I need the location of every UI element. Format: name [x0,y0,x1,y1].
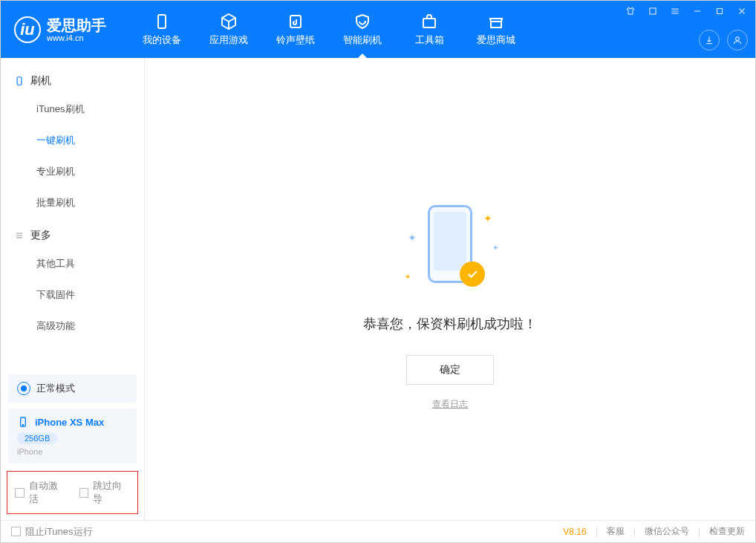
nav-smart-flash[interactable]: 智能刷机 [329,1,396,58]
nav-my-device[interactable]: 我的设备 [128,1,195,58]
svg-rect-3 [491,22,501,27]
menu-icon[interactable] [668,5,682,17]
nav-toolbox[interactable]: 工具箱 [396,1,463,58]
bottom-options-highlighted: 自动激活 跳过向导 [7,471,138,514]
sidebar-item-other-tools[interactable]: 其他工具 [1,248,144,279]
square-icon[interactable] [645,5,660,17]
checkbox-block-itunes[interactable]: 阻止iTunes运行 [11,525,93,539]
sidebar-item-download-firmware[interactable]: 下载固件 [1,279,144,310]
phone-icon [153,13,171,30]
nav-store[interactable]: 爱思商城 [463,1,529,58]
shirt-icon[interactable] [623,5,638,17]
shop-icon [487,13,505,30]
storage-badge: 256GB [17,432,57,444]
checkbox-icon [11,527,21,536]
close-icon[interactable] [734,5,749,17]
sidebar: 刷机 iTunes刷机 一键刷机 专业刷机 批量刷机 更多 其他工具 下载固件 … [1,58,145,520]
nav-app-games[interactable]: 应用游戏 [195,1,262,58]
toolbox-icon [420,13,438,30]
sparkle-icon: ✦ [408,232,417,244]
mode-dot-icon [17,382,30,395]
device-panel: 正常模式 iPhone XS Max 256GB iPhone [1,374,144,471]
header-right-icons [699,30,748,51]
status-bar: 阻止iTunes运行 V8.16 | 客服 | 微信公众号 | 检查更新 [1,520,755,542]
checkbox-icon [79,488,89,498]
footer-link-wechat[interactable]: 微信公众号 [645,525,689,538]
sparkle-icon: ✦ [483,212,492,224]
sparkle-icon: ✦ [405,273,411,281]
device-mode[interactable]: 正常模式 [8,374,137,403]
list-icon [14,230,25,241]
maximize-icon[interactable] [712,5,727,17]
download-icon[interactable] [699,30,720,51]
confirm-button[interactable]: 确定 [406,355,494,385]
check-badge-icon [460,261,485,287]
cube-icon [220,13,238,30]
checkbox-auto-activate[interactable]: 自动激活 [15,479,66,506]
footer-link-update[interactable]: 检查更新 [709,525,745,538]
device-card[interactable]: iPhone XS Max 256GB iPhone [8,409,137,464]
window-controls [623,5,749,17]
sidebar-item-pro-flash[interactable]: 专业刷机 [1,156,144,187]
svg-rect-5 [717,9,723,14]
footer-link-support[interactable]: 客服 [607,525,625,538]
success-title: 恭喜您，保资料刷机成功啦！ [363,315,537,333]
svg-rect-2 [423,19,435,27]
view-log-link[interactable]: 查看日志 [432,398,468,411]
nav-ringtone-wallpaper[interactable]: 铃声壁纸 [262,1,329,58]
minimize-icon[interactable] [690,5,705,17]
app-subtitle: www.i4.cn [47,33,106,42]
sidebar-item-itunes-flash[interactable]: iTunes刷机 [1,94,144,125]
sidebar-section-flash: 刷机 [1,68,144,94]
device-type: iPhone [17,447,128,456]
music-note-icon [287,13,304,30]
main-nav: 我的设备 应用游戏 铃声壁纸 智能刷机 工具箱 爱思商城 [128,1,529,58]
checkbox-icon [15,488,25,498]
svg-point-9 [22,424,23,425]
refresh-shield-icon [353,13,371,30]
sparkle-icon: ✦ [492,244,498,252]
main-content: ✦ ✦ ✦ ✦ 恭喜您，保资料刷机成功啦！ 确定 查看日志 [145,58,755,520]
device-phone-icon [17,416,29,428]
svg-rect-7 [17,77,22,85]
body: 刷机 iTunes刷机 一键刷机 专业刷机 批量刷机 更多 其他工具 下载固件 … [1,58,755,520]
app-logo: iu 爱思助手 www.i4.cn [1,1,120,58]
sidebar-section-more: 更多 [1,223,144,248]
device-name: iPhone XS Max [35,417,104,428]
app-title: 爱思助手 [47,17,106,33]
sidebar-item-advanced[interactable]: 高级功能 [1,310,144,342]
version-label: V8.16 [563,527,586,537]
checkbox-skip-guide[interactable]: 跳过向导 [79,479,131,506]
svg-rect-0 [158,15,166,28]
svg-rect-4 [650,8,656,14]
success-illustration: ✦ ✦ ✦ ✦ [402,199,498,296]
svg-point-6 [736,37,740,41]
phone-outline-icon [14,76,25,86]
sidebar-item-one-click-flash[interactable]: 一键刷机 [1,125,144,156]
user-icon[interactable] [727,30,748,51]
sidebar-item-batch-flash[interactable]: 批量刷机 [1,187,144,218]
app-header: iu 爱思助手 www.i4.cn 我的设备 应用游戏 铃声壁纸 智能刷机 工具… [1,1,755,58]
logo-icon: iu [14,16,41,43]
